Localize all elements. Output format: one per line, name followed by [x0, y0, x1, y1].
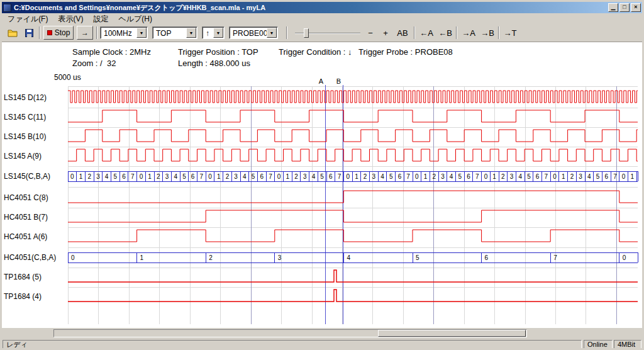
bus-value: 1 — [355, 173, 358, 180]
bus-value: 0 — [208, 173, 212, 180]
bus-value: 0 — [277, 173, 281, 180]
run-button[interactable]: → — [77, 26, 93, 40]
bus-value: 2 — [501, 173, 505, 180]
bus-value: 0 — [623, 254, 626, 261]
stop-button[interactable]: Stop — [43, 26, 74, 40]
bus-value: 6 — [604, 173, 608, 180]
bus-value: 1 — [217, 173, 221, 180]
open-folder-icon — [8, 29, 18, 37]
bus-value: 1 — [148, 173, 152, 180]
bus-value: 6 — [191, 173, 195, 180]
bus-value: 6 — [260, 173, 264, 180]
open-button[interactable] — [5, 26, 20, 40]
channel-tp1684-5: TP1684 (5) — [4, 270, 638, 282]
goto-trigger-button[interactable]: →T — [502, 26, 518, 40]
zoom-slider[interactable] — [295, 26, 360, 40]
title-bar[interactable]: C:¥Documents and Settings¥noname¥デスクトップ¥… — [2, 2, 642, 13]
maximize-button[interactable]: □ — [619, 3, 630, 12]
bus-value: 0 — [71, 254, 75, 261]
goto-marker-b-left-button[interactable]: ←B — [436, 26, 454, 40]
toolbar-separator — [498, 26, 499, 39]
channel-label: LS145 A(9) — [4, 152, 42, 161]
online-status-badge: Online — [584, 340, 613, 349]
sample-clock-combo[interactable]: 100MHz ▼ — [100, 26, 148, 39]
bus-value: 2 — [157, 173, 160, 180]
window-controls: ▁ □ × — [608, 3, 641, 12]
channel-label: LS145 B(10) — [4, 132, 46, 141]
zoom-out-button[interactable]: − — [364, 26, 377, 40]
bus-value: 2 — [209, 254, 213, 261]
bus-value: 7 — [269, 173, 272, 180]
bus-value: 2 — [432, 173, 436, 180]
channel-hc4051-c-b-a: HC4051(C,B,A)012345670 — [4, 252, 638, 262]
horizontal-scrollbar[interactable] — [53, 329, 527, 337]
trigger-edge-combo-value: ↑ — [206, 29, 209, 38]
toolbar-separator — [286, 26, 287, 39]
bus-value: 7 — [131, 173, 135, 180]
marker-label-a: A — [319, 77, 324, 85]
channel-hc4051-b-7: HC4051 B(7) — [4, 210, 638, 222]
bus-value: 7 — [553, 254, 557, 261]
bus-value: 4 — [380, 173, 384, 180]
minimize-button[interactable]: ▁ — [608, 3, 618, 12]
channel-ls145-c-b-a: LS145(C,B,A)0123456701234567012345670123… — [4, 171, 638, 181]
close-button[interactable]: × — [631, 3, 641, 12]
waveform-client-area: Sample Clock : 2MHz Trigger Position : T… — [2, 42, 642, 328]
channel-ls145-b-10: LS145 B(10) — [4, 130, 638, 142]
trigger-edge-combo[interactable]: ↑ ▼ — [202, 26, 225, 39]
trigger-position-combo-value: TOP — [156, 29, 171, 38]
channel-hc4051-c-8: HC4051 C(8) — [4, 191, 638, 203]
chevron-down-icon[interactable]: ▼ — [213, 28, 223, 38]
bus-value: 4 — [518, 173, 522, 180]
menu-settings[interactable]: 設定 — [88, 13, 113, 26]
zoom-slider-thumb[interactable] — [304, 28, 309, 38]
goto-marker-b-right-button[interactable]: →B — [479, 26, 496, 40]
channel-label: LS145(C,B,A) — [4, 172, 50, 181]
zoom-in-button[interactable]: + — [379, 26, 392, 40]
chevron-down-icon[interactable]: ▼ — [136, 28, 147, 38]
bus-value: 0 — [553, 173, 557, 180]
channel-label: HC4051 A(6) — [4, 232, 47, 241]
trigger-probe-combo-value: PROBE00 — [233, 29, 267, 38]
stop-button-label: Stop — [55, 28, 70, 37]
goto-marker-a-right-button[interactable]: →A — [460, 26, 477, 40]
sample-clock-combo-value: 100MHz — [104, 29, 132, 38]
bus-value: 7 — [200, 173, 204, 180]
chevron-down-icon[interactable]: ▼ — [267, 28, 277, 38]
bus-value: 3 — [303, 173, 307, 180]
bus-value: 1 — [79, 173, 83, 180]
bus-value: 3 — [234, 173, 238, 180]
bus-value: 4 — [105, 173, 109, 180]
bus-value: 1 — [140, 254, 144, 261]
menu-help[interactable]: ヘルプ(H) — [113, 13, 157, 26]
waveform-display[interactable]: 5000 usABLS145 D(12)LS145 C(11)LS145 B(1… — [2, 42, 642, 328]
goto-marker-a-left-button[interactable]: ←A — [418, 26, 435, 40]
memory-size-badge: 4MBit — [614, 340, 641, 349]
floppy-disk-icon — [25, 29, 33, 37]
horizontal-scrollbar-thumb[interactable] — [378, 330, 526, 337]
bus-value: 4 — [347, 254, 350, 261]
bus-value: 6 — [122, 173, 126, 180]
toolbar-separator — [96, 26, 97, 39]
channel-tp1684-4: TP1684 (4) — [4, 290, 638, 302]
chevron-down-icon[interactable]: ▼ — [186, 28, 196, 38]
channel-hc4051-a-6: HC4051 A(6) — [4, 230, 638, 242]
bus-value: 7 — [613, 173, 617, 180]
save-button[interactable] — [21, 26, 36, 40]
bus-value: 0 — [622, 173, 626, 180]
toolbar: Stop → 100MHz ▼ TOP ▼ ↑ ▼ PROBE00 ▼ − + … — [2, 25, 642, 42]
channel-ls145-a-9: LS145 A(9) — [4, 149, 638, 161]
ab-button[interactable]: AB — [394, 26, 411, 40]
trigger-position-combo[interactable]: TOP ▼ — [152, 26, 197, 39]
bus-value: 7 — [406, 173, 410, 180]
trigger-probe-combo[interactable]: PROBE00 ▼ — [229, 26, 278, 39]
menu-view[interactable]: 表示(V) — [53, 13, 88, 26]
bus-value: 4 — [450, 173, 453, 180]
bus-value: 1 — [286, 173, 290, 180]
bus-value: 0 — [484, 173, 488, 180]
menu-file[interactable]: ファイル(F) — [3, 13, 53, 26]
bus-value: 5 — [182, 173, 186, 180]
bus-value: 4 — [587, 173, 591, 180]
bus-value: 3 — [441, 173, 445, 180]
bus-value: 5 — [596, 173, 600, 180]
